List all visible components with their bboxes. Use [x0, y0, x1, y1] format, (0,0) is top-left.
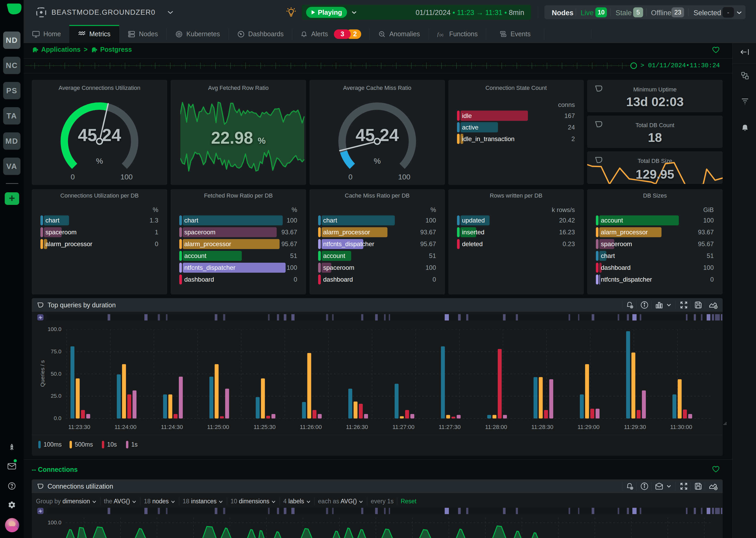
svg-text:f: f	[437, 31, 440, 37]
svg-text:(x): (x)	[440, 33, 443, 37]
